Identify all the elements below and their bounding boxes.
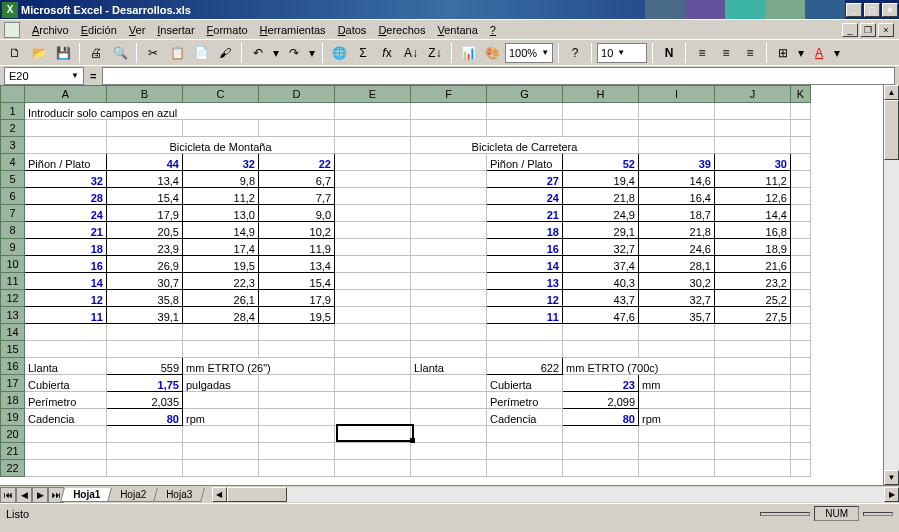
cell-H2[interactable] [563, 120, 639, 137]
fontsize-combo[interactable]: 10▼ [597, 43, 647, 63]
cell-A10[interactable]: 16 [25, 256, 107, 273]
cell-C4[interactable]: 32 [183, 154, 259, 171]
cell-F6[interactable] [411, 188, 487, 205]
borders-button[interactable]: ⊞ [772, 42, 794, 64]
function-button[interactable]: fx [376, 42, 398, 64]
redo-dropdown[interactable]: ▾ [307, 42, 317, 64]
cell-B21[interactable] [107, 443, 183, 460]
cell-H9[interactable]: 32,7 [563, 239, 639, 256]
cell-I9[interactable]: 24,6 [639, 239, 715, 256]
cell-B4[interactable]: 44 [107, 154, 183, 171]
cell-E8[interactable] [335, 222, 411, 239]
rowheader-8[interactable]: 8 [1, 222, 25, 239]
cell-E17[interactable] [335, 375, 411, 392]
cell-C7[interactable]: 13,0 [183, 205, 259, 222]
autosum-button[interactable]: Σ [352, 42, 374, 64]
drawing-button[interactable]: 🎨 [481, 42, 503, 64]
cell-B6[interactable]: 15,4 [107, 188, 183, 205]
colheader-B[interactable]: B [107, 86, 183, 103]
cell-B11[interactable]: 30,7 [107, 273, 183, 290]
cell-B12[interactable]: 35,8 [107, 290, 183, 307]
cell-G15[interactable] [487, 341, 563, 358]
cell-D2[interactable] [259, 120, 335, 137]
cell-K9[interactable] [791, 239, 811, 256]
cell-J22[interactable] [715, 460, 791, 477]
cell-K10[interactable] [791, 256, 811, 273]
colheader-H[interactable]: H [563, 86, 639, 103]
cell-I20[interactable] [639, 426, 715, 443]
cell-B9[interactable]: 23,9 [107, 239, 183, 256]
cell-F19[interactable] [411, 409, 487, 426]
cell-K12[interactable] [791, 290, 811, 307]
colheader-G[interactable]: G [487, 86, 563, 103]
cell-H11[interactable]: 40,3 [563, 273, 639, 290]
cell-B22[interactable] [107, 460, 183, 477]
cell-J5[interactable]: 11,2 [715, 171, 791, 188]
cell-J14[interactable] [715, 324, 791, 341]
rowheader-4[interactable]: 4 [1, 154, 25, 171]
cell-I17[interactable]: mm [639, 375, 715, 392]
cell-B3[interactable]: Bicicleta de Montaña [107, 137, 335, 154]
cell-B10[interactable]: 26,9 [107, 256, 183, 273]
colheader-J[interactable]: J [715, 86, 791, 103]
cell-C14[interactable] [183, 324, 259, 341]
open-button[interactable]: 📂 [28, 42, 50, 64]
cell-A15[interactable] [25, 341, 107, 358]
cell-I15[interactable] [639, 341, 715, 358]
cell-K16[interactable] [791, 358, 811, 375]
cell-H21[interactable] [563, 443, 639, 460]
cell-F15[interactable] [411, 341, 487, 358]
cell-I5[interactable]: 14,6 [639, 171, 715, 188]
cell-K14[interactable] [791, 324, 811, 341]
cell-K17[interactable] [791, 375, 811, 392]
align-left-button[interactable]: ≡ [691, 42, 713, 64]
scroll-right-button[interactable]: ▶ [884, 487, 899, 502]
cell-D15[interactable] [259, 341, 335, 358]
rowheader-22[interactable]: 22 [1, 460, 25, 477]
cell-G6[interactable]: 24 [487, 188, 563, 205]
align-right-button[interactable]: ≡ [739, 42, 761, 64]
cell-I18[interactable] [639, 392, 715, 409]
cell-K6[interactable] [791, 188, 811, 205]
cell-B8[interactable]: 20,5 [107, 222, 183, 239]
new-doc-button[interactable]: 🗋 [4, 42, 26, 64]
sort-asc-button[interactable]: A↓ [400, 42, 422, 64]
cell-K20[interactable] [791, 426, 811, 443]
rowheader-19[interactable]: 19 [1, 409, 25, 426]
cell-J3[interactable] [715, 137, 791, 154]
cell-A11[interactable]: 14 [25, 273, 107, 290]
cell-J17[interactable] [715, 375, 791, 392]
cell-E9[interactable] [335, 239, 411, 256]
redo-button[interactable]: ↷ [283, 42, 305, 64]
cell-G17[interactable]: Cubierta [487, 375, 563, 392]
cell-F2[interactable] [411, 120, 487, 137]
cell-H13[interactable]: 47,6 [563, 307, 639, 324]
scroll-left-button[interactable]: ◀ [212, 487, 227, 502]
cell-K11[interactable] [791, 273, 811, 290]
cell-H8[interactable]: 29,1 [563, 222, 639, 239]
font-color-dropdown[interactable]: ▾ [832, 42, 842, 64]
cell-A12[interactable]: 12 [25, 290, 107, 307]
cell-E14[interactable] [335, 324, 411, 341]
cell-A8[interactable]: 21 [25, 222, 107, 239]
cell-K18[interactable] [791, 392, 811, 409]
cell-E13[interactable] [335, 307, 411, 324]
cell-B2[interactable] [107, 120, 183, 137]
cell-I11[interactable]: 30,2 [639, 273, 715, 290]
rowheader-12[interactable]: 12 [1, 290, 25, 307]
cell-C6[interactable]: 11,2 [183, 188, 259, 205]
cell-D13[interactable]: 19,5 [259, 307, 335, 324]
cell-F20[interactable] [411, 426, 487, 443]
cell-G11[interactable]: 13 [487, 273, 563, 290]
cell-F8[interactable] [411, 222, 487, 239]
cell-B15[interactable] [107, 341, 183, 358]
cell-G8[interactable]: 18 [487, 222, 563, 239]
cell-F18[interactable] [411, 392, 487, 409]
cell-F17[interactable] [411, 375, 487, 392]
rowheader-10[interactable]: 10 [1, 256, 25, 273]
hscroll-thumb[interactable] [227, 487, 287, 502]
cell-F9[interactable] [411, 239, 487, 256]
cell-D22[interactable] [259, 460, 335, 477]
menu-ver[interactable]: Ver [123, 22, 152, 38]
colheader-C[interactable]: C [183, 86, 259, 103]
